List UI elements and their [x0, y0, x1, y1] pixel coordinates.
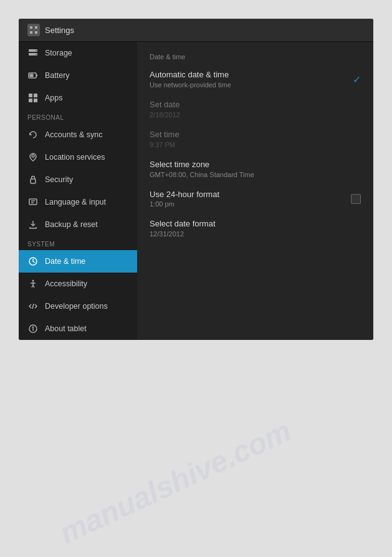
sidebar-item-backup-reset[interactable]: Backup & reset — [19, 213, 137, 236]
checkmark-automatic-date-time: ✓ — [353, 73, 361, 85]
svg-line-26 — [32, 304, 34, 309]
sidebar-item-battery[interactable]: Battery — [19, 64, 137, 87]
setting-subtitle-set-time: 9:37 PM — [150, 141, 361, 148]
panel-title: Date & time — [137, 48, 373, 64]
setting-title-automatic-date-time: Automatic date & time — [150, 70, 361, 80]
sidebar-label-developer-options: Developer options — [45, 302, 108, 311]
svg-rect-17 — [29, 199, 37, 205]
apps-icon — [27, 92, 39, 104]
backup-icon — [27, 219, 39, 230]
sidebar-label-language-input: Language & input — [45, 198, 106, 206]
svg-line-25 — [33, 285, 34, 288]
window-title: Settings — [45, 26, 74, 35]
setting-title-set-date: Set date — [150, 100, 361, 110]
sidebar-label-about-tablet: About tablet — [45, 324, 87, 333]
sidebar-item-accounts-sync[interactable]: Accounts & sync — [19, 124, 137, 146]
sidebar-item-about-tablet[interactable]: About tablet — [19, 317, 137, 340]
security-icon — [27, 174, 39, 185]
storage-icon — [27, 47, 39, 59]
setting-select-time-zone[interactable]: Select time zone GMT+08:00, China Standa… — [137, 154, 373, 184]
sidebar-item-date-time[interactable]: Date & time — [19, 250, 137, 273]
main-content: Storage Battery — [19, 42, 373, 340]
svg-rect-14 — [34, 99, 37, 102]
svg-rect-13 — [29, 99, 32, 102]
svg-point-15 — [32, 155, 34, 157]
svg-rect-12 — [34, 94, 37, 97]
svg-rect-10 — [30, 74, 34, 77]
svg-point-6 — [36, 50, 37, 51]
right-panel: Date & time Automatic date & time Use ne… — [137, 42, 373, 340]
sidebar-item-security[interactable]: Security — [19, 168, 137, 191]
svg-rect-2 — [30, 31, 32, 34]
setting-select-date-format[interactable]: Select date format 12/31/2012 — [137, 213, 373, 243]
accessibility-icon — [27, 278, 39, 289]
location-icon — [27, 152, 39, 163]
setting-title-select-date-format: Select date format — [150, 219, 361, 230]
watermark: manualshive.com — [54, 413, 296, 550]
setting-use-24-hour[interactable]: Use 24-hour format 1:00 pm — [137, 184, 373, 214]
sidebar-label-security: Security — [45, 175, 73, 184]
sidebar-label-accounts-sync: Accounts & sync — [45, 130, 102, 139]
sidebar-item-location-services[interactable]: Location services — [19, 146, 137, 168]
setting-subtitle-set-date: 2/18/2012 — [150, 111, 361, 119]
setting-subtitle-automatic-date-time: Use network-provided time — [150, 81, 361, 89]
setting-subtitle-select-time-zone: GMT+08:00, China Standard Time — [150, 171, 361, 178]
title-bar: Settings — [19, 19, 373, 42]
setting-automatic-date-time[interactable]: Automatic date & time Use network-provid… — [137, 64, 373, 94]
svg-rect-9 — [36, 75, 37, 77]
setting-title-set-time: Set time — [150, 130, 361, 140]
checkbox-use-24-hour[interactable] — [351, 194, 361, 204]
setting-set-date: Set date 2/18/2012 — [137, 94, 373, 124]
setting-subtitle-use-24-hour: 1:00 pm — [150, 200, 361, 208]
sidebar-item-language-input[interactable]: Language & input — [19, 191, 137, 213]
svg-rect-3 — [35, 31, 37, 34]
sync-icon — [27, 129, 39, 140]
sidebar-label-storage: Storage — [45, 49, 72, 57]
sidebar-label-apps: Apps — [45, 94, 63, 102]
sidebar-label-battery: Battery — [45, 71, 70, 80]
svg-point-7 — [36, 54, 37, 55]
section-personal: PERSONAL — [19, 109, 137, 124]
settings-window-icon — [27, 24, 40, 36]
clock-icon — [27, 256, 39, 267]
setting-title-use-24-hour: Use 24-hour format — [150, 190, 361, 200]
sidebar-item-developer-options[interactable]: Developer options — [19, 295, 137, 317]
about-icon — [27, 323, 39, 334]
sidebar: Storage Battery — [19, 42, 137, 340]
sidebar-item-apps[interactable]: Apps — [19, 87, 137, 109]
section-system: SYSTEM — [19, 236, 137, 250]
sidebar-item-storage[interactable]: Storage — [19, 42, 137, 64]
svg-rect-11 — [29, 94, 32, 97]
sidebar-item-accessibility[interactable]: Accessibility — [19, 273, 137, 295]
sidebar-label-location-services: Location services — [45, 153, 105, 162]
svg-rect-1 — [35, 26, 37, 29]
setting-title-select-time-zone: Select time zone — [150, 160, 361, 170]
developer-icon — [27, 301, 39, 312]
language-icon — [27, 196, 39, 208]
sidebar-label-accessibility: Accessibility — [45, 279, 87, 288]
battery-icon — [27, 70, 39, 81]
svg-point-21 — [32, 280, 34, 282]
svg-rect-16 — [31, 179, 36, 183]
settings-window: Settings Storage — [19, 19, 373, 340]
svg-rect-0 — [30, 26, 32, 29]
sidebar-label-date-time: Date & time — [45, 257, 85, 266]
setting-set-time: Set time 9:37 PM — [137, 124, 373, 154]
setting-subtitle-select-date-format: 12/31/2012 — [150, 230, 361, 238]
sidebar-label-backup-reset: Backup & reset — [45, 220, 98, 229]
svg-point-29 — [32, 327, 33, 327]
